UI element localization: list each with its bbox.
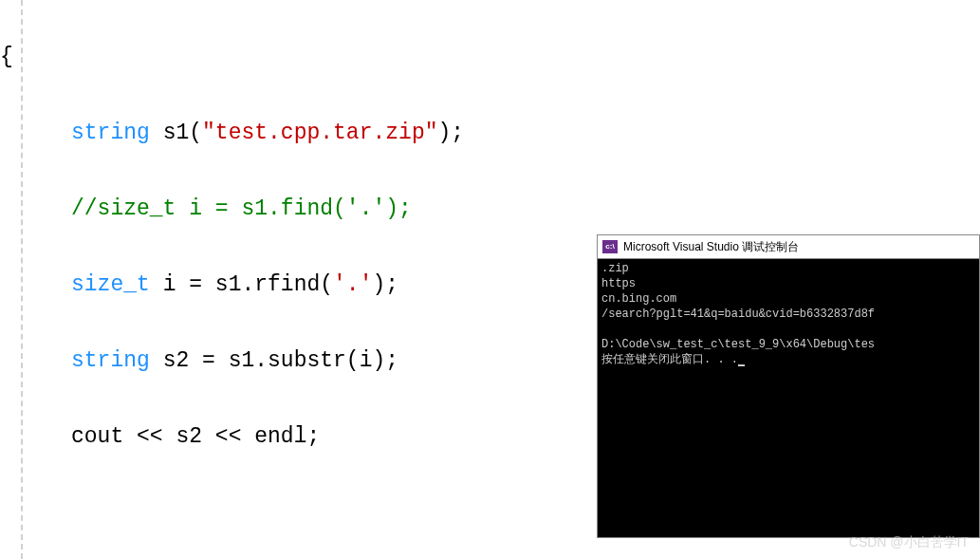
output-line: 按任意键关闭此窗口. . . xyxy=(601,353,738,366)
code-text: s1( xyxy=(150,121,202,145)
keyword: size_t xyxy=(71,272,150,297)
output-line: /search?pglt=41&q=baidu&cvid=b6332837d8f xyxy=(601,307,875,321)
console-titlebar[interactable]: c:\ Microsoft Visual Studio 调试控制台 xyxy=(598,235,979,259)
code-text: i = s1.rfind( xyxy=(150,272,333,297)
output-line: D:\Code\sw_test_c\test_9_9\x64\Debug\tes xyxy=(601,338,875,351)
char-literal: '.' xyxy=(333,272,372,297)
output-line: cn.bing.com xyxy=(601,292,676,306)
brace: { xyxy=(0,45,13,69)
code-text: ); xyxy=(438,121,465,145)
output-line: .zip xyxy=(601,262,629,275)
code-editor[interactable]: { string s1("test.cpp.tar.zip"); //size_… xyxy=(0,0,529,559)
cursor xyxy=(738,364,745,366)
code-text: ); xyxy=(372,272,398,297)
string-literal: "test.cpp.tar.zip" xyxy=(202,121,437,145)
debug-console-window[interactable]: c:\ Microsoft Visual Studio 调试控制台 .zip h… xyxy=(597,234,980,538)
watermark: CSDN @小白苦学IT xyxy=(849,534,969,551)
keyword: string xyxy=(71,348,150,373)
keyword: string xyxy=(71,121,150,145)
console-title-text: Microsoft Visual Studio 调试控制台 xyxy=(623,239,799,255)
console-output: .zip https cn.bing.com /search?pglt=41&q… xyxy=(598,259,979,369)
output-line: https xyxy=(601,277,636,290)
code-text: cout << s2 << endl; xyxy=(71,424,320,449)
comment: //size_t i = s1.find('.'); xyxy=(71,196,412,221)
code-text: s2 = s1.substr(i); xyxy=(150,348,398,373)
vs-icon: c:\ xyxy=(602,240,618,253)
